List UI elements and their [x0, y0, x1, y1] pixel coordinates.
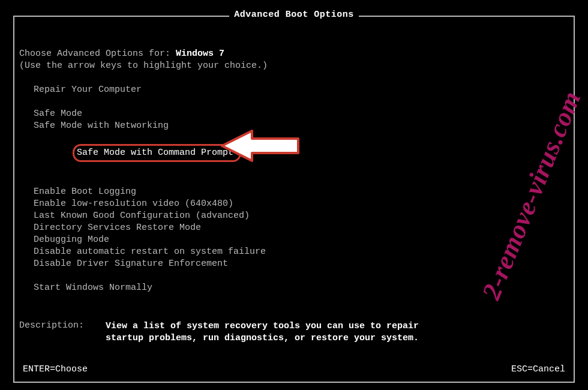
- option-group-safe-mode: Safe Mode Safe Mode with Networking Safe…: [19, 108, 569, 174]
- option-safe-mode-networking[interactable]: Safe Mode with Networking: [34, 120, 569, 132]
- option-debugging-mode[interactable]: Debugging Mode: [34, 234, 569, 246]
- boot-options-frame: Advanced Boot Options Choose Advanced Op…: [13, 16, 575, 383]
- hint-line: (Use the arrow keys to highlight your ch…: [19, 60, 569, 72]
- choose-prefix: Choose Advanced Options for:: [19, 49, 176, 59]
- option-low-res-video[interactable]: Enable low-resolution video (640x480): [34, 198, 569, 210]
- option-repair-your-computer[interactable]: Repair Your Computer: [34, 84, 569, 96]
- highlighted-option: Safe Mode with Command Prompt: [73, 144, 241, 162]
- option-ds-restore-mode[interactable]: Directory Services Restore Mode: [34, 222, 569, 234]
- option-safe-mode-command-prompt[interactable]: Safe Mode with Command Prompt: [34, 132, 569, 174]
- description-text: View a list of system recovery tools you…: [106, 320, 442, 344]
- option-disable-auto-restart[interactable]: Disable automatic restart on system fail…: [34, 246, 569, 258]
- description-label: Description:: [19, 320, 106, 344]
- content-area: Choose Advanced Options for: Windows 7 (…: [19, 30, 569, 377]
- option-last-known-good[interactable]: Last Known Good Configuration (advanced): [34, 210, 569, 222]
- description-row: Description: View a list of system recov…: [19, 320, 569, 344]
- footer-bar: ENTER=Choose ESC=Cancel: [23, 364, 565, 374]
- footer-esc: ESC=Cancel: [511, 364, 565, 374]
- choose-line: Choose Advanced Options for: Windows 7: [19, 48, 569, 60]
- option-safe-mode[interactable]: Safe Mode: [34, 108, 569, 120]
- title-bar: Advanced Boot Options: [14, 10, 574, 20]
- option-enable-boot-logging[interactable]: Enable Boot Logging: [34, 186, 569, 198]
- option-group-repair: Repair Your Computer: [19, 84, 569, 96]
- page-title: Advanced Boot Options: [229, 10, 359, 20]
- os-name: Windows 7: [176, 49, 224, 59]
- option-group-normal: Start Windows Normally: [19, 282, 569, 294]
- footer-enter: ENTER=Choose: [23, 364, 88, 374]
- option-start-windows-normally[interactable]: Start Windows Normally: [34, 282, 569, 294]
- option-disable-driver-sig[interactable]: Disable Driver Signature Enforcement: [34, 258, 569, 270]
- option-group-advanced: Enable Boot Logging Enable low-resolutio…: [19, 186, 569, 270]
